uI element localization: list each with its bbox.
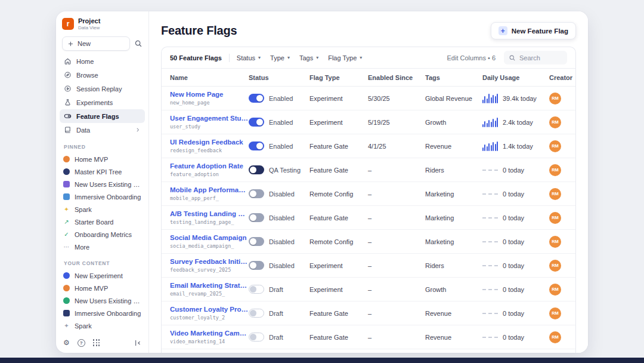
pinned-item-immersive-onboarding[interactable]: Immersive Onboarding — [60, 190, 145, 203]
creator-avatar[interactable]: RM — [549, 93, 561, 104]
creator-avatar[interactable]: RM — [549, 116, 561, 128]
table-row[interactable]: Email Marketing Strategy email_revamp_20… — [162, 278, 575, 302]
item-label: New Users Existing Orgs — [75, 297, 141, 304]
table-row[interactable]: New Home Page new_home_page Enabled Expe… — [162, 87, 575, 110]
sidebar-item-session-replay[interactable]: Session Replay — [60, 82, 145, 96]
project-subtitle: Data View — [78, 25, 100, 30]
flask-icon — [63, 99, 72, 106]
column-header-name[interactable]: Name — [170, 74, 249, 81]
table-row[interactable]: User Engagement Study user_study Enabled… — [162, 110, 575, 134]
taskbar — [0, 358, 644, 363]
creator-cell: RM — [549, 116, 567, 128]
flag-name-link[interactable]: Email Marketing Strategy — [170, 282, 249, 290]
pinned-item-spark[interactable]: ✦Spark — [60, 203, 145, 216]
filter-flag-type[interactable]: Flag Type▾ — [328, 54, 362, 61]
status-toggle[interactable] — [249, 333, 264, 342]
status-toggle[interactable] — [249, 213, 264, 222]
creator-avatar[interactable]: RM — [549, 260, 561, 272]
creator-avatar[interactable]: RM — [549, 140, 561, 152]
table-search[interactable] — [504, 51, 567, 64]
main-content: Feature Flags + New Feature Flag 50 Feat… — [149, 11, 588, 353]
status-toggle[interactable] — [249, 118, 264, 127]
creator-cell: RM — [549, 93, 567, 104]
column-header-creator[interactable]: Creator — [549, 74, 572, 81]
flag-name-link[interactable]: Social Media Campaign — [170, 234, 249, 242]
flag-name-link[interactable]: Video Marketing Campaign — [170, 330, 249, 337]
status-toggle[interactable] — [249, 261, 264, 270]
flag-name-link[interactable]: New Home Page — [170, 91, 249, 99]
creator-cell: RM — [549, 236, 567, 248]
sidebar-item-browse[interactable]: Browse — [60, 68, 145, 82]
content-item-home-mvp[interactable]: Home MVP — [60, 282, 145, 294]
status-toggle[interactable] — [249, 165, 264, 174]
status-toggle[interactable] — [249, 94, 264, 103]
filter-type[interactable]: Type▾ — [270, 54, 290, 61]
creator-avatar[interactable]: RM — [549, 212, 561, 224]
content-item-spark[interactable]: ✦Spark — [60, 319, 145, 332]
content-item-immersive-onboarding[interactable]: Immersive Onboarding — [60, 307, 145, 319]
status-toggle[interactable] — [249, 309, 264, 318]
table-row[interactable]: Social Media Campaign socia_media_campai… — [162, 230, 575, 254]
flag-name-link[interactable]: Survey Feedback Initiative — [170, 258, 249, 266]
flag-name-link[interactable]: Feature Adoption Rate — [170, 162, 249, 170]
creator-avatar[interactable]: RM — [549, 331, 561, 343]
status-toggle[interactable] — [249, 285, 264, 294]
pinned-item-master-kpi-tree[interactable]: Master KPI Tree — [60, 165, 145, 178]
sidebar-item-data[interactable]: Data — [60, 123, 145, 137]
creator-avatar[interactable]: RM — [549, 284, 561, 296]
sidebar-item-home[interactable]: Home — [60, 54, 145, 68]
settings-gear-icon[interactable]: ⚙ — [63, 339, 70, 347]
flag-name-link[interactable]: UI Redesign Feedback — [170, 139, 249, 146]
table-row[interactable]: Feature Adoption Rate feature_adoption Q… — [162, 158, 575, 182]
status-cell: Enabled — [249, 141, 309, 150]
new-button[interactable]: New — [62, 36, 130, 51]
column-header-flag-type[interactable]: Flag Type — [309, 74, 368, 81]
flag-name-link[interactable]: Mobile App Performance — [170, 186, 249, 194]
usage-cell: 0 today — [482, 238, 549, 245]
collapse-sidebar-icon[interactable] — [134, 339, 141, 347]
sidebar-item-feature-flags[interactable]: Feature Flags — [60, 109, 145, 123]
table-row[interactable]: Mobile App Performance mobile_app_perf_ … — [162, 182, 575, 206]
content-item-new-experiment[interactable]: New Experiment — [60, 269, 145, 282]
apps-grid-icon[interactable] — [93, 339, 100, 346]
status-toggle[interactable] — [249, 189, 264, 198]
tags-cell: Riders — [425, 262, 482, 269]
help-icon[interactable]: ? — [78, 339, 85, 347]
column-header-tags[interactable]: Tags — [425, 74, 482, 81]
creator-avatar[interactable]: RM — [549, 236, 561, 248]
creator-avatar[interactable]: RM — [549, 164, 561, 176]
filter-status[interactable]: Status▾ — [237, 54, 261, 61]
pinned-item-home-mvp[interactable]: Home MVP — [60, 153, 145, 165]
column-header-status[interactable]: Status — [249, 74, 309, 81]
creator-avatar[interactable]: RM — [549, 188, 561, 200]
table-row[interactable]: Video Marketing Campaign video_marketing… — [162, 325, 575, 349]
project-switcher[interactable]: r Project Data View — [56, 17, 148, 32]
flag-name-link[interactable]: A/B Testing Landing Page — [170, 210, 249, 218]
status-toggle[interactable] — [249, 237, 264, 246]
table-row[interactable]: Survey Feedback Initiative feedback_surv… — [162, 254, 575, 278]
pinned-item-new-users-existing-orgs[interactable]: New Users Existing Orgs — [60, 178, 145, 190]
table-row[interactable]: UI Redesign Feedback redesign_feedback E… — [162, 134, 575, 158]
filter-tags[interactable]: Tags▾ — [299, 54, 318, 61]
table-row[interactable]: Customer Loyalty Program customer_loyalt… — [162, 302, 575, 325]
search-input[interactable] — [519, 54, 562, 61]
status-label: Draft — [269, 286, 283, 293]
edit-columns-button[interactable]: Edit Columns • 6 — [447, 54, 496, 61]
sidebar-item-experiments[interactable]: Experiments — [60, 96, 145, 109]
flag-name-link[interactable]: User Engagement Study — [170, 115, 249, 122]
content-item-new-users-existing-orgs[interactable]: New Users Existing Orgs — [60, 294, 145, 307]
immersive-onboarding-icon — [63, 310, 70, 316]
column-header-enabled-since[interactable]: Enabled Since — [368, 74, 425, 81]
pinned-item-starter-board[interactable]: ↗Starter Board — [60, 216, 145, 228]
search-icon[interactable] — [134, 39, 143, 48]
table-row[interactable]: A/B Testing Landing Page testing_landing… — [162, 206, 575, 230]
creator-avatar[interactable]: RM — [549, 307, 561, 319]
status-toggle[interactable] — [249, 141, 264, 150]
column-header-daily-usage[interactable]: Daily Usage — [482, 74, 549, 81]
flag-name-link[interactable]: Customer Loyalty Program — [170, 306, 249, 313]
flag-type-cell: Experiment — [309, 286, 368, 293]
new-feature-flag-button[interactable]: + New Feature Flag — [491, 22, 576, 39]
pinned-item-more[interactable]: ⋯More — [60, 241, 145, 253]
creator-cell: RM — [549, 188, 567, 200]
pinned-item-onboarding-metrics[interactable]: ✓Onboarding Metrics — [60, 228, 145, 241]
